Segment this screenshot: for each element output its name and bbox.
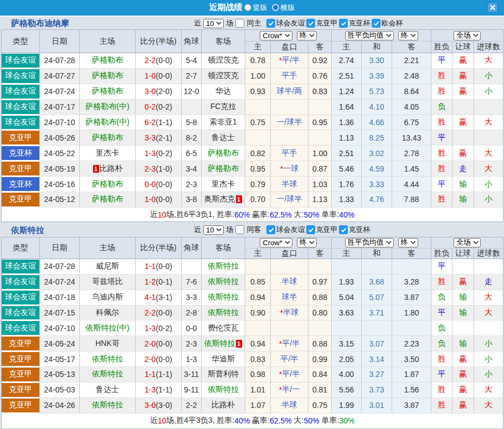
cell-goals-result: 小 bbox=[474, 352, 503, 367]
cell-score: 1-3(0-2) bbox=[136, 321, 182, 336]
competition-checkbox[interactable] bbox=[306, 19, 315, 28]
cell-result: 胜 bbox=[431, 115, 452, 131]
team-name: 萨格勒布 bbox=[208, 148, 239, 158]
full-time-score: 3-3 bbox=[145, 133, 156, 142]
team-name: 顿涅茨克 bbox=[208, 71, 239, 81]
team-name: 依斯特拉 bbox=[92, 369, 123, 379]
cell-handicap-result: 输 bbox=[452, 192, 474, 208]
half-time-score: (0-0) bbox=[156, 180, 172, 189]
team-name: FC克拉 bbox=[210, 102, 236, 112]
subheader-goals-result: 进球数 bbox=[474, 42, 503, 53]
cell-match-type: 克亚甲 bbox=[2, 383, 40, 398]
chevron-down-icon bbox=[386, 34, 392, 37]
half-time-score: (3-1) bbox=[156, 293, 172, 302]
cell-away-team: 萨格勒布 bbox=[202, 146, 245, 161]
europe-odds-select[interactable]: 胜平负均值 bbox=[345, 238, 394, 247]
half-time-score: (1-1) bbox=[156, 118, 172, 127]
cell-handicap-away-odds: 0.88 bbox=[308, 336, 332, 352]
cell-handicap-result: 输 bbox=[452, 306, 474, 321]
cell-handicap-line: 半球 bbox=[271, 275, 308, 290]
same-venue-checkbox[interactable] bbox=[235, 19, 244, 28]
result-scope-select[interactable]: 全场 bbox=[454, 238, 481, 247]
close-icon bbox=[490, 4, 496, 11]
recent-count-select[interactable]: 10 bbox=[203, 225, 224, 235]
competition-filter: 克亚甲 bbox=[306, 18, 337, 28]
handicap-final-select[interactable]: 终 bbox=[297, 238, 317, 247]
same-venue-checkbox[interactable] bbox=[235, 225, 244, 234]
team-name: 依斯特拉 bbox=[208, 308, 239, 318]
layout-vertical-radio[interactable] bbox=[244, 4, 251, 11]
result-scope-select[interactable]: 全场 bbox=[454, 31, 481, 40]
cell-handicap-home-odds: 0.70 bbox=[245, 192, 271, 208]
cell-score: 0-2(0-2) bbox=[136, 100, 182, 115]
summary-segment: 60% bbox=[234, 210, 250, 219]
cell-odds-draw: 5.07 bbox=[362, 290, 392, 306]
subheader-goals-result: 进球数 bbox=[474, 249, 503, 260]
handicap-line-text: 半球 bbox=[282, 400, 297, 410]
team-name: 萨格勒布(中) bbox=[85, 117, 129, 127]
cell-handicap-home-odds: 0.82 bbox=[245, 146, 271, 161]
subheader-odds-away: 客 bbox=[392, 249, 431, 260]
cell-home-team: 萨格勒布 bbox=[80, 69, 136, 84]
handicap-line-text: 球半 bbox=[282, 292, 297, 302]
cell-away-team: 费伦茨瓦 bbox=[202, 321, 245, 336]
competition-checkbox[interactable] bbox=[339, 225, 348, 234]
cell-match-type: 克亚杯 bbox=[2, 177, 40, 192]
layout-horizontal-radio[interactable] bbox=[272, 4, 279, 11]
layout-horizontal-label: 横版 bbox=[281, 3, 295, 13]
cell-handicap-home-odds bbox=[245, 130, 271, 146]
europe-final-select[interactable]: 终 bbox=[398, 31, 418, 40]
column-header-corner: 角球 bbox=[182, 237, 202, 259]
team-name: 依斯特拉(中) bbox=[85, 323, 129, 333]
team-name: 斯普利特 bbox=[208, 369, 239, 379]
cell-home-team: 依斯特拉 bbox=[80, 352, 136, 367]
cell-odds-home: 2.74 bbox=[332, 53, 362, 69]
cell-odds-away: 4.05 bbox=[392, 100, 431, 115]
column-header-away: 客场 bbox=[202, 237, 245, 259]
competition-checkbox[interactable] bbox=[372, 19, 380, 28]
recent-label: 近 bbox=[194, 225, 201, 235]
team-name: 顿涅茨克 bbox=[208, 55, 239, 65]
competition-checkbox[interactable] bbox=[306, 225, 315, 234]
cell-match-type: 球会友谊 bbox=[2, 259, 40, 275]
half-time-score: (1-1) bbox=[156, 385, 172, 394]
full-time-score: 4-1 bbox=[145, 293, 156, 302]
cell-handicap-result: 赢 bbox=[452, 275, 474, 290]
cell-goals-result: 小 bbox=[474, 367, 503, 383]
match-type-badge: 球会友谊 bbox=[2, 116, 39, 130]
cell-date: 24-05-16 bbox=[40, 177, 80, 192]
competition-label: 克亚甲 bbox=[316, 18, 337, 28]
handicap-company-select[interactable]: Crow* bbox=[260, 31, 292, 40]
cell-odds-away: 7.88 bbox=[392, 192, 431, 208]
cell-match-type: 球会友谊 bbox=[2, 275, 40, 290]
cell-away-team: 比路朴 bbox=[202, 398, 245, 414]
cell-handicap-line bbox=[271, 259, 308, 275]
handicap-line-text: 平手 bbox=[282, 71, 297, 81]
competition-checkbox[interactable] bbox=[266, 225, 275, 234]
cell-handicap-line: *平/半 bbox=[271, 336, 308, 352]
europe-final-select[interactable]: 终 bbox=[398, 238, 418, 247]
cell-handicap-line: *平/半 bbox=[271, 367, 308, 383]
handicap-company-select[interactable]: Crow* bbox=[260, 238, 292, 247]
europe-odds-select[interactable]: 胜平负均值 bbox=[345, 31, 394, 40]
cell-corners: 3-11 bbox=[182, 367, 202, 383]
cell-goals-result: 大 bbox=[474, 398, 503, 414]
cell-handicap-result: 赢 bbox=[452, 53, 474, 69]
cell-match-type: 克亚甲 bbox=[2, 398, 40, 414]
handicap-final-select[interactable]: 终 bbox=[297, 31, 317, 40]
cell-handicap-result: 赢 bbox=[452, 84, 474, 100]
competition-filter: 球会友谊 bbox=[266, 18, 305, 28]
cell-match-type: 克亚杯 bbox=[2, 146, 40, 161]
cell-goals-result bbox=[474, 259, 503, 275]
cell-odds-draw: 3.68 bbox=[362, 275, 392, 290]
summary-segment: 场,胜6平3负1, 胜率: bbox=[166, 210, 234, 220]
competition-checkbox[interactable] bbox=[266, 19, 275, 28]
cell-handicap-line: 球半 bbox=[271, 290, 308, 306]
cell-result: 胜 bbox=[431, 69, 452, 84]
competition-checkbox[interactable] bbox=[339, 19, 348, 28]
half-time-score: (2-1) bbox=[156, 133, 172, 142]
close-button[interactable] bbox=[487, 2, 498, 13]
handicap-line-text: 半球 bbox=[283, 308, 299, 318]
recent-count-select[interactable]: 10 bbox=[203, 19, 224, 28]
cell-date: 24-04-26 bbox=[40, 398, 80, 414]
